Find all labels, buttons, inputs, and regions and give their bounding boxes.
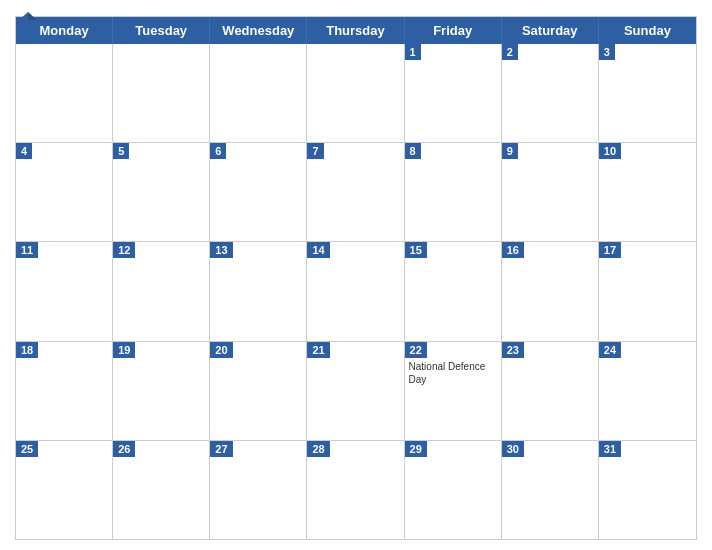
day-cell-13: 13 bbox=[210, 242, 307, 340]
day-number: 6 bbox=[210, 143, 226, 159]
day-number: 20 bbox=[210, 342, 232, 358]
day-cell-22: 22National Defence Day bbox=[405, 342, 502, 440]
day-number: 12 bbox=[113, 242, 135, 258]
day-cell-21: 21 bbox=[307, 342, 404, 440]
event-text: National Defence Day bbox=[409, 360, 499, 386]
day-cell-1: 1 bbox=[405, 44, 502, 142]
week-row-2: 45678910 bbox=[16, 143, 696, 242]
logo bbox=[15, 10, 39, 38]
day-number: 10 bbox=[599, 143, 621, 159]
weekday-headers: MondayTuesdayWednesdayThursdayFridaySatu… bbox=[16, 17, 696, 44]
day-cell-12: 12 bbox=[113, 242, 210, 340]
weekday-header-tuesday: Tuesday bbox=[113, 17, 210, 44]
day-cell-empty bbox=[16, 44, 113, 142]
day-cell-empty bbox=[113, 44, 210, 142]
day-cell-26: 26 bbox=[113, 441, 210, 539]
day-cell-6: 6 bbox=[210, 143, 307, 241]
day-number: 24 bbox=[599, 342, 621, 358]
day-number: 21 bbox=[307, 342, 329, 358]
day-number: 5 bbox=[113, 143, 129, 159]
day-cell-14: 14 bbox=[307, 242, 404, 340]
day-number: 26 bbox=[113, 441, 135, 457]
day-cell-10: 10 bbox=[599, 143, 696, 241]
day-cell-15: 15 bbox=[405, 242, 502, 340]
calendar-page: MondayTuesdayWednesdayThursdayFridaySatu… bbox=[0, 0, 712, 550]
week-row-3: 11121314151617 bbox=[16, 242, 696, 341]
day-number: 23 bbox=[502, 342, 524, 358]
weekday-header-sunday: Sunday bbox=[599, 17, 696, 44]
day-number: 16 bbox=[502, 242, 524, 258]
day-cell-8: 8 bbox=[405, 143, 502, 241]
day-cell-20: 20 bbox=[210, 342, 307, 440]
day-number: 28 bbox=[307, 441, 329, 457]
week-row-4: 1819202122National Defence Day2324 bbox=[16, 342, 696, 441]
day-cell-5: 5 bbox=[113, 143, 210, 241]
day-number: 31 bbox=[599, 441, 621, 457]
day-cell-2: 2 bbox=[502, 44, 599, 142]
day-number: 19 bbox=[113, 342, 135, 358]
day-number: 2 bbox=[502, 44, 518, 60]
day-number: 18 bbox=[16, 342, 38, 358]
day-cell-4: 4 bbox=[16, 143, 113, 241]
day-number: 15 bbox=[405, 242, 427, 258]
logo-icon bbox=[17, 10, 39, 38]
day-cell-17: 17 bbox=[599, 242, 696, 340]
day-cell-28: 28 bbox=[307, 441, 404, 539]
day-number: 4 bbox=[16, 143, 32, 159]
day-number: 9 bbox=[502, 143, 518, 159]
day-cell-3: 3 bbox=[599, 44, 696, 142]
weekday-header-friday: Friday bbox=[405, 17, 502, 44]
day-number: 30 bbox=[502, 441, 524, 457]
day-cell-23: 23 bbox=[502, 342, 599, 440]
day-number: 27 bbox=[210, 441, 232, 457]
week-row-5: 25262728293031 bbox=[16, 441, 696, 539]
calendar-weeks: 12345678910111213141516171819202122Natio… bbox=[16, 44, 696, 539]
svg-marker-1 bbox=[28, 12, 37, 20]
day-cell-25: 25 bbox=[16, 441, 113, 539]
day-number: 22 bbox=[405, 342, 427, 358]
day-cell-18: 18 bbox=[16, 342, 113, 440]
day-cell-16: 16 bbox=[502, 242, 599, 340]
day-number: 1 bbox=[405, 44, 421, 60]
day-cell-29: 29 bbox=[405, 441, 502, 539]
week-row-1: 123 bbox=[16, 44, 696, 143]
day-cell-11: 11 bbox=[16, 242, 113, 340]
day-number: 25 bbox=[16, 441, 38, 457]
day-cell-19: 19 bbox=[113, 342, 210, 440]
day-number: 7 bbox=[307, 143, 323, 159]
day-number: 17 bbox=[599, 242, 621, 258]
weekday-header-thursday: Thursday bbox=[307, 17, 404, 44]
day-number: 3 bbox=[599, 44, 615, 60]
day-number: 14 bbox=[307, 242, 329, 258]
day-number: 11 bbox=[16, 242, 38, 258]
day-cell-empty bbox=[307, 44, 404, 142]
day-cell-7: 7 bbox=[307, 143, 404, 241]
weekday-header-wednesday: Wednesday bbox=[210, 17, 307, 44]
calendar-grid: MondayTuesdayWednesdayThursdayFridaySatu… bbox=[15, 16, 697, 540]
day-number: 13 bbox=[210, 242, 232, 258]
weekday-header-saturday: Saturday bbox=[502, 17, 599, 44]
day-cell-27: 27 bbox=[210, 441, 307, 539]
day-cell-31: 31 bbox=[599, 441, 696, 539]
day-number: 29 bbox=[405, 441, 427, 457]
day-number: 8 bbox=[405, 143, 421, 159]
day-cell-24: 24 bbox=[599, 342, 696, 440]
day-cell-empty bbox=[210, 44, 307, 142]
day-cell-9: 9 bbox=[502, 143, 599, 241]
day-cell-30: 30 bbox=[502, 441, 599, 539]
